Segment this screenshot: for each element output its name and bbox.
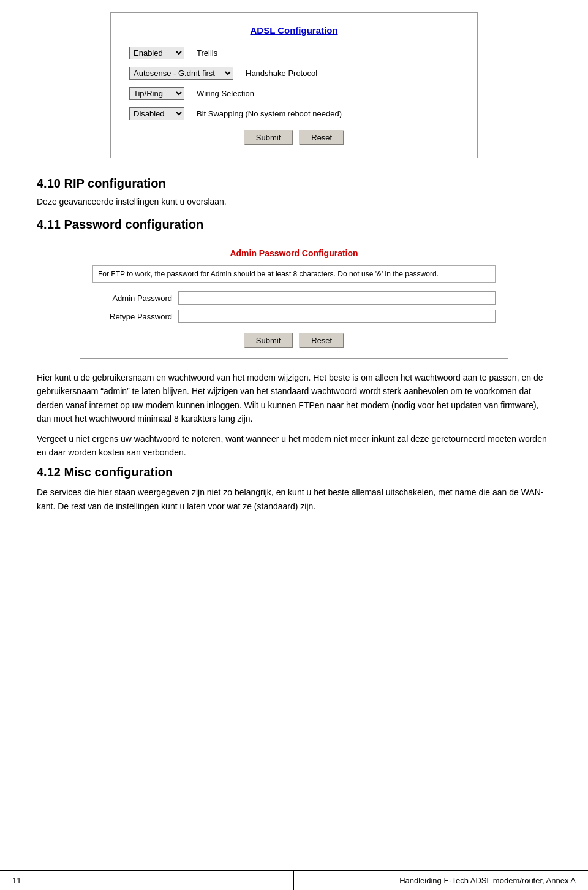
retype-password-row: Retype Password bbox=[92, 310, 496, 323]
admin-password-input[interactable] bbox=[178, 291, 496, 305]
password-config-box: Admin Password Configuration For FTP to … bbox=[80, 238, 508, 359]
trellis-label: Trellis bbox=[197, 48, 217, 58]
wiring-label: Wiring Selection bbox=[197, 89, 254, 98]
retype-password-label: Retype Password bbox=[92, 312, 172, 321]
footer: 11 Handleiding E-Tech ADSL modem/router,… bbox=[0, 870, 588, 890]
bitswap-label: Bit Swapping (No system reboot needed) bbox=[197, 109, 342, 118]
handshake-label: Handshake Protocol bbox=[246, 69, 317, 78]
adsl-submit-button[interactable]: Submit bbox=[244, 130, 293, 145]
wiring-select[interactable]: Tip/Ring A/B bbox=[129, 87, 184, 100]
misc-heading: 4.12 Misc configuration bbox=[37, 465, 551, 479]
trellis-row: Enabled Disabled Trellis bbox=[129, 47, 459, 59]
adsl-config-title: ADSL Configuration bbox=[129, 25, 459, 36]
bitswap-select[interactable]: Disabled Enabled bbox=[129, 107, 184, 120]
adsl-config-section: ADSL Configuration Enabled Disabled Trel… bbox=[110, 12, 478, 158]
password-submit-button[interactable]: Submit bbox=[244, 333, 293, 348]
adsl-reset-button[interactable]: Reset bbox=[299, 130, 344, 145]
password-note: For FTP to work, the password for Admin … bbox=[92, 265, 496, 283]
password-button-row: Submit Reset bbox=[92, 333, 496, 348]
password-reset-button[interactable]: Reset bbox=[299, 333, 344, 348]
bitswap-row: Disabled Enabled Bit Swapping (No system… bbox=[129, 107, 459, 120]
admin-password-label: Admin Password bbox=[92, 294, 172, 303]
trellis-select[interactable]: Enabled Disabled bbox=[129, 47, 184, 59]
handshake-row: Autosense - G.dmt first G.dmt G.lite T1.… bbox=[129, 67, 459, 80]
adsl-button-row: Submit Reset bbox=[129, 130, 459, 145]
misc-section: 4.12 Misc configuration De services die … bbox=[37, 465, 551, 513]
wiring-row: Tip/Ring A/B Wiring Selection bbox=[129, 87, 459, 100]
footer-page-number: 11 bbox=[0, 871, 294, 890]
rip-text: Deze geavanceerde instellingen kunt u ov… bbox=[37, 197, 551, 207]
password-config-title: Admin Password Configuration bbox=[92, 248, 496, 258]
handshake-select[interactable]: Autosense - G.dmt first G.dmt G.lite T1.… bbox=[129, 67, 233, 80]
retype-password-input[interactable] bbox=[178, 310, 496, 323]
footer-title: Handleiding E-Tech ADSL modem/router, An… bbox=[294, 871, 588, 890]
rip-section: 4.10 RIP configuration Deze geavanceerde… bbox=[37, 177, 551, 207]
password-section: 4.11 Password configuration Admin Passwo… bbox=[37, 218, 551, 459]
password-heading: 4.11 Password configuration bbox=[37, 218, 551, 232]
admin-password-row: Admin Password bbox=[92, 291, 496, 305]
password-body-text-2: Vergeet u niet ergens uw wachtwoord te n… bbox=[37, 432, 551, 460]
password-body-text-1: Hier kunt u de gebruikersnaam en wachtwo… bbox=[37, 371, 551, 426]
misc-text: De services die hier staan weergegeven z… bbox=[37, 485, 551, 513]
rip-heading: 4.10 RIP configuration bbox=[37, 177, 551, 191]
